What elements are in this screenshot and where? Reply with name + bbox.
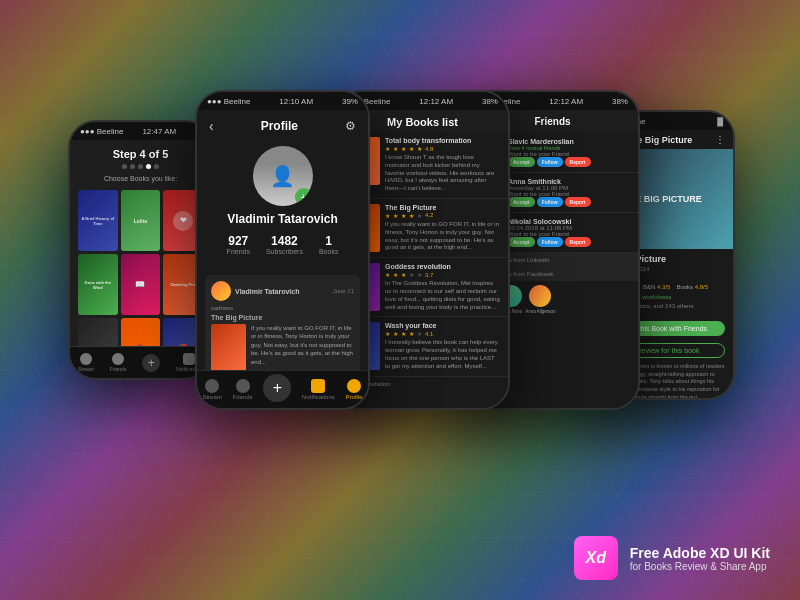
post-mood: sadness xyxy=(211,305,354,311)
dot-1 xyxy=(122,164,127,169)
book-text-4: I honestly believe this book can help ev… xyxy=(385,339,500,370)
follow-button-1[interactable]: Follow xyxy=(537,157,563,167)
profile-header: ‹ Profile ⚙ xyxy=(197,110,368,138)
phone1-inner: Step 4 of 5 Choose Books you like: A Bri… xyxy=(70,140,211,378)
friend-info-2: Anna Smithnick yesterday at 11:06 PM Wan… xyxy=(508,178,630,207)
phone1-carrier: ●●● Beeline xyxy=(80,127,123,136)
nav2-friends[interactable]: Friends xyxy=(233,379,253,400)
nav2-add[interactable]: + xyxy=(263,374,291,406)
book-thumb-2[interactable]: Lolita xyxy=(121,190,161,251)
nav-friends[interactable]: Friends xyxy=(110,353,127,372)
star-2: ★ xyxy=(385,212,390,219)
phone1-bottom-nav: Stream Friends + Notifications xyxy=(70,346,211,378)
profile-title: Profile xyxy=(261,119,298,133)
book-title-3: Goddess revolution xyxy=(385,263,500,270)
book-title-4: Wash your face xyxy=(385,322,500,329)
report-button-1[interactable]: Report xyxy=(565,157,591,167)
phone2-content: ‹ Profile ⚙ 👤 + Vladimir Tatarovich 927 … xyxy=(197,110,368,408)
nav-stream-label: Stream xyxy=(78,366,94,372)
profile-post: Vladimir Tatarovich June 21 sadness The … xyxy=(205,275,360,383)
accept-button-1[interactable]: Accept xyxy=(508,157,535,167)
phone1-status-bar: ●●● Beeline 12:47 AM ▓ xyxy=(70,122,211,140)
bn-rating: B&N 4.3/5 xyxy=(643,284,670,290)
phone-1-onboarding: ●●● Beeline 12:47 AM ▓ Step 4 of 5 Choos… xyxy=(68,120,213,380)
nav-stream[interactable]: Stream xyxy=(78,353,94,372)
book-thumb-5[interactable]: 📖 xyxy=(121,254,161,315)
phones-container: ●●● Beeline 12:47 AM ▓ Step 4 of 5 Choos… xyxy=(0,0,800,600)
profile-back-button[interactable]: ‹ xyxy=(209,118,214,134)
rating-3: 3.7 xyxy=(425,272,433,278)
avatar-add-button[interactable]: + xyxy=(295,188,313,206)
post-header: Vladimir Tatarovich June 21 xyxy=(211,281,354,301)
friends-stat: 927 Friends xyxy=(227,234,250,255)
friends-count: 927 xyxy=(228,234,248,248)
book-info-4: Wash your face ★★★★★ 4.1 I honestly beli… xyxy=(385,322,500,370)
nav2-profile-label: Profile xyxy=(346,394,363,400)
suggested-3[interactable]: Anna Allgerson xyxy=(525,285,555,314)
friend-actions-1: Accept Follow Report xyxy=(508,157,630,167)
accept-button-2[interactable]: Accept xyxy=(508,197,535,207)
nav-add[interactable]: + xyxy=(142,354,160,372)
books-rating: Books 4.8/5 xyxy=(676,284,708,290)
books-stat: 1 Books xyxy=(319,234,338,255)
friend-info-1: Slavic Marderoslian View 4 mutual friend… xyxy=(508,138,630,167)
book-thumb-1[interactable]: A Brief History of Time xyxy=(78,190,118,251)
book-info-2: The Big Picture ★★★★★ 4.2 If you really … xyxy=(385,204,500,252)
profile-avatar-section: 👤 + Vladimir Tatarovich 927 Friends 1482… xyxy=(197,138,368,271)
profile-stats: 927 Friends 1482 Subscribers 1 Books xyxy=(227,234,339,255)
rating-2: 4.2 xyxy=(425,212,433,218)
nav2-notifications-label: Notifications xyxy=(302,394,335,400)
friend-name-1: Slavic Marderoslian xyxy=(508,138,630,145)
book-thumb-4[interactable]: Gone with the Wind xyxy=(78,254,118,315)
book-text-2: If you really want to GO FOR IT, in life… xyxy=(385,221,500,252)
post-book-name: The Big Picture xyxy=(211,314,354,321)
report-button-2[interactable]: Report xyxy=(565,197,591,207)
post-author-name: Vladimir Tatarovich xyxy=(235,288,299,295)
choose-books-subtitle: Choose Books you like: xyxy=(78,175,203,182)
star-4: ★ xyxy=(385,330,390,337)
book-title-2: The Big Picture xyxy=(385,204,500,211)
nav2-notifications[interactable]: Notifications xyxy=(302,379,335,400)
phone1-time: 12:47 AM xyxy=(142,127,176,136)
branding-text: Free Adobe XD UI Kit for Books Review & … xyxy=(630,545,770,572)
follow-button-3[interactable]: Follow xyxy=(537,237,563,247)
book-text-1: I know Shaun T as the tough love motivat… xyxy=(385,154,500,193)
phone1-content: Step 4 of 5 Choose Books you like: A Bri… xyxy=(70,140,211,378)
post-book-cover xyxy=(211,324,246,374)
nav2-add-icon[interactable]: + xyxy=(263,374,291,402)
post-book-text: If you really want to GO FOR IT, in life… xyxy=(251,324,354,374)
dot-5 xyxy=(154,164,159,169)
accept-button-3[interactable]: Accept xyxy=(508,237,535,247)
subscribers-label: Subscribers xyxy=(266,248,303,255)
nav2-friends-label: Friends xyxy=(233,394,253,400)
phone2-bottom-nav: Stream Friends + Notifications Profile xyxy=(197,370,368,408)
phone4-time: 12:12 AM xyxy=(549,97,583,106)
phone5-battery: ▓ xyxy=(717,117,723,126)
report-button-3[interactable]: Report xyxy=(565,237,591,247)
book-detail-menu[interactable]: ⋮ xyxy=(715,134,725,145)
phone4-battery: 38% xyxy=(612,97,628,106)
star-3: ★ xyxy=(385,271,390,278)
phone2-carrier: ●●● Beeline xyxy=(207,97,250,106)
profile-settings-icon[interactable]: ⚙ xyxy=(345,119,356,133)
star-1: ★ xyxy=(385,145,390,152)
rating-4: 4.1 xyxy=(425,331,433,337)
branding-main-text: Free Adobe XD UI Kit xyxy=(630,545,770,561)
phone3-time: 12:12 AM xyxy=(419,97,453,106)
step-dots xyxy=(78,164,203,169)
post-date: June 21 xyxy=(333,288,354,294)
nav2-profile[interactable]: Profile xyxy=(346,379,363,400)
branding-sub-text: for Books Review & Share App xyxy=(630,561,770,572)
profile-avatar: 👤 + xyxy=(253,146,313,206)
friend-name-3: Nikolai Solocowski xyxy=(508,218,630,225)
dot-4-active xyxy=(146,164,151,169)
phone2-battery: 39% xyxy=(342,97,358,106)
nav2-stream[interactable]: Stream xyxy=(202,379,221,400)
friends-label: Friends xyxy=(227,248,250,255)
bottom-branding-panel: Xd Free Adobe XD UI Kit for Books Review… xyxy=(574,536,770,580)
book-text-3: In The Goddess Revolution, Mel inspires … xyxy=(385,280,500,311)
books-label: Books xyxy=(319,248,338,255)
post-author-avatar xyxy=(211,281,231,301)
friend-info-3: Nikolai Solocowski 03.04.2018 at 11:06 P… xyxy=(508,218,630,247)
follow-button-2[interactable]: Follow xyxy=(537,197,563,207)
